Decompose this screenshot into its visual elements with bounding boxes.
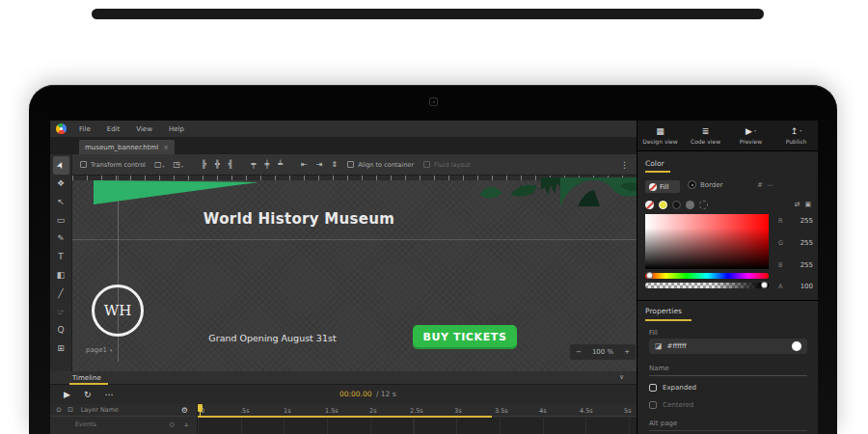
buy-tickets-button[interactable]: BUY TICKETS (413, 325, 517, 349)
swatch-none[interactable] (645, 201, 654, 209)
centered-checkbox[interactable]: Centered (649, 401, 693, 409)
toolbar-overflow-icon[interactable]: ⋮ (620, 160, 629, 170)
loop-icon[interactable]: ↻ (84, 391, 92, 399)
eye-icon[interactable]: ⊙ (56, 407, 62, 414)
fill-color-input[interactable]: ◪ #ffffff (649, 339, 807, 354)
hand-tool-icon[interactable]: ☞ (53, 303, 69, 321)
menu-view[interactable]: View (136, 125, 152, 133)
saturation-gradient-picker[interactable] (645, 214, 769, 269)
distribute-v-icon[interactable]: ⇕ (331, 161, 338, 169)
alpha-slider-knob[interactable] (761, 282, 768, 288)
align-left-icon[interactable]: ╠ (202, 161, 206, 169)
channel-r[interactable]: R255 (778, 217, 813, 225)
banner-green-artwork[interactable] (466, 177, 637, 208)
swap-colors-icon[interactable]: ⇄ (795, 202, 800, 208)
chevron-down-icon: ▾ (110, 347, 113, 353)
layer-row[interactable]: ⊙ ⊡ Layer Name ⚙ (50, 404, 198, 417)
fill-color-chip[interactable] (792, 341, 801, 351)
label-marker-icon[interactable]: ▵ (184, 420, 188, 428)
zoom-out-button[interactable]: − (576, 348, 582, 356)
tab-museum-banner[interactable]: museum_banner.html × (79, 140, 175, 154)
banner-subtitle[interactable]: Grand Opening August 31st (188, 333, 357, 343)
channel-g[interactable]: G255 (778, 239, 813, 247)
hue-slider-knob[interactable] (646, 272, 653, 279)
3d-rotate-tool-icon[interactable]: ❖ (53, 175, 69, 193)
zoom-control: − 100 % + (570, 344, 636, 360)
checkbox-icon (649, 384, 657, 392)
properties-panel-underline (645, 319, 692, 321)
design-canvas[interactable]: World History Museum WH Grand Opening Au… (72, 176, 637, 371)
play-button[interactable]: ▶ (64, 391, 70, 399)
banner-logo-wh[interactable]: WH (92, 285, 144, 337)
line-tool-icon[interactable]: ╱ (53, 285, 69, 303)
expanded-checkbox[interactable]: Expanded (649, 384, 696, 392)
transform-control-checkbox[interactable] (80, 161, 87, 168)
hex-color-field[interactable]: # — (757, 181, 773, 189)
menu-help[interactable]: Help (169, 125, 184, 133)
hue-slider[interactable] (645, 273, 769, 279)
fill-property-label: Fill (649, 329, 658, 337)
code-view-icon: ≣ (702, 127, 710, 136)
swatch-gray[interactable] (686, 201, 694, 209)
selection-tool-icon[interactable]: ➤ (53, 156, 69, 175)
view-switcher: ▦ Design view ≣ Code view ▶ Preview ↥ Pu… (637, 121, 818, 151)
timeline-options-icon[interactable]: ⋯ (104, 391, 113, 399)
3d-translate-tool-icon[interactable]: ↖ (53, 193, 69, 211)
timeline-header: Timeline ∨ (50, 371, 637, 385)
transform-box-icon[interactable]: ▢ (154, 161, 165, 169)
text-tool-icon[interactable]: T (53, 248, 69, 266)
timeline-tab[interactable]: Timeline (72, 374, 101, 382)
align-right-icon[interactable]: ╣ (229, 161, 233, 169)
paint-bucket-icon: ◪ (655, 342, 663, 350)
page-selector-label: page1 (86, 346, 107, 354)
design-view-button[interactable]: ▦ Design view (637, 121, 683, 150)
collapse-timeline-icon[interactable]: ∨ (619, 373, 624, 381)
rotate-skew-icon[interactable]: ◳ (174, 161, 184, 169)
swatch-black[interactable] (672, 201, 681, 209)
pen-tool-icon[interactable]: ✎ (53, 230, 69, 248)
shape-tool-icon[interactable]: ◧ (53, 266, 69, 285)
distribute-h2-icon[interactable]: ⇥ (316, 161, 323, 169)
distribute-h-icon[interactable]: ⇤ (301, 161, 308, 169)
align-to-container-checkbox[interactable] (347, 161, 354, 168)
tag-tool-icon[interactable]: ▭ (53, 211, 69, 230)
code-view-button[interactable]: ≣ Code view (683, 121, 728, 150)
tab-close-icon[interactable]: × (163, 144, 169, 151)
align-middle-v-icon[interactable]: ╪ (264, 161, 269, 169)
align-bottom-icon[interactable]: ╧ (278, 161, 283, 169)
swatch-eyedropper[interactable] (699, 201, 708, 209)
preview-button[interactable]: ▶ Preview (728, 121, 773, 150)
swatch-yellow-active[interactable] (659, 201, 667, 209)
alt-page-input[interactable]: Alt page (649, 418, 807, 431)
banner-title[interactable]: World History Museum (183, 210, 415, 228)
align-center-h-icon[interactable]: ╬ (215, 161, 220, 169)
gear-icon[interactable]: ⚙ (181, 406, 188, 415)
properties-panel-title: Properties (645, 307, 682, 315)
publish-button[interactable]: ↥ Publish (773, 121, 818, 150)
align-top-icon[interactable]: ╤ (252, 161, 257, 169)
alpha-slider[interactable] (645, 283, 769, 288)
channel-b[interactable]: B255 (778, 261, 813, 269)
fluid-layout-checkbox[interactable] (423, 161, 430, 168)
horizontal-guide (72, 239, 637, 240)
name-input[interactable]: Name (649, 363, 807, 376)
events-label: Events (75, 420, 96, 428)
banner-green-triangle[interactable] (94, 180, 258, 204)
zoom-in-button[interactable]: + (624, 348, 630, 356)
no-color-icon (649, 183, 657, 191)
zoom-tool-icon[interactable]: Q (53, 321, 69, 339)
timeline-track-area[interactable] (198, 418, 637, 434)
channel-a[interactable]: A100 (778, 283, 813, 290)
fullscreen-tool-icon[interactable]: ⊞ (53, 339, 69, 358)
border-toggle[interactable]: Border (688, 180, 722, 189)
menu-edit[interactable]: Edit (107, 125, 121, 133)
playhead[interactable] (198, 404, 203, 412)
events-row[interactable]: Events ◇ ▵ (50, 418, 198, 430)
keyframe-icon[interactable]: ◇ (170, 420, 175, 428)
lock-icon[interactable]: ⊡ (68, 407, 73, 414)
fill-toggle[interactable]: Fill (645, 180, 680, 193)
ruler-tick: 5s (624, 407, 632, 415)
menu-file[interactable]: File (79, 125, 91, 133)
page-selector[interactable]: page1 ▾ (86, 346, 112, 354)
swatch-panel-icon[interactable]: ▣ (804, 202, 811, 208)
